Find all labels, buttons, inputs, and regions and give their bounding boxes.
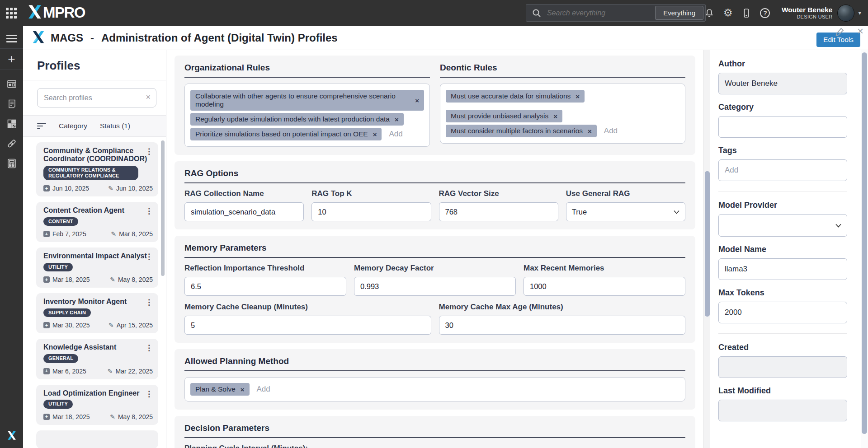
list-item[interactable]: Content Creation Agent ⋮ CONTENT +Feb 7,…: [36, 202, 158, 242]
modified-date: Jun 10, 2025: [116, 185, 153, 192]
memory-cache-cleanup-input[interactable]: [184, 316, 431, 335]
bell-icon[interactable]: [700, 8, 719, 19]
rule-tag: Must consider multiple factors in scenar…: [446, 125, 597, 137]
author-input: [718, 73, 847, 94]
document-icon[interactable]: [6, 98, 17, 109]
gear-icon[interactable]: ⚙: [719, 8, 737, 18]
search-scope-button[interactable]: Everything: [655, 6, 703, 20]
list-item[interactable]: Inventory Monitor Agent ⋮ SUPPLY CHAIN +…: [36, 293, 158, 333]
field-label: Use General RAG: [566, 189, 685, 198]
category-badge: UTILITY: [43, 400, 73, 408]
reflection-importance-threshold-input[interactable]: [184, 277, 346, 296]
rule-tag: Must use accurate data for simulations×: [446, 90, 585, 103]
created-icon: +: [43, 231, 50, 237]
blocks-icon[interactable]: [6, 118, 17, 129]
remove-tag-icon[interactable]: ×: [395, 116, 399, 123]
page-scrollbar-thumb[interactable]: [862, 52, 867, 434]
main-scrollbar-thumb[interactable]: [705, 171, 710, 317]
section-heading: Memory Parameters: [184, 243, 685, 258]
global-search-input[interactable]: [546, 9, 655, 18]
category-input[interactable]: [718, 116, 847, 138]
tags-label: Tags: [718, 146, 847, 155]
model-provider-label: Model Provider: [718, 201, 847, 210]
created-input: [718, 356, 847, 378]
kebab-menu-icon[interactable]: ⋮: [145, 343, 153, 353]
app-launcher-icon[interactable]: [6, 8, 17, 19]
list-item[interactable]: Environmental Impact Analyst ⋮ UTILITY +…: [36, 247, 158, 288]
use-general-rag-select[interactable]: True: [566, 202, 685, 221]
topbar-icons: ⚙ ? Wouter Beneke DESIGN USER ▾: [700, 0, 868, 26]
profiles-panel: Profiles × Category Status (1) Community…: [23, 50, 166, 448]
clear-search-icon[interactable]: ×: [146, 93, 151, 102]
tags-input[interactable]: [718, 159, 847, 181]
allowed-planning-method-section: Allowed Planning Method Plan & Solve× Ad…: [175, 349, 695, 410]
remove-tag-icon[interactable]: ×: [576, 93, 580, 100]
planning-method-tagbox[interactable]: Plan & Solve× Add: [184, 377, 685, 401]
kebab-menu-icon[interactable]: ⋮: [145, 206, 153, 216]
rag-top-k-input[interactable]: [311, 202, 431, 221]
max-recent-memories-input[interactable]: [524, 277, 685, 296]
remove-tag-icon[interactable]: ×: [588, 128, 592, 135]
add-tag-input[interactable]: Add: [257, 385, 270, 394]
field-label: Reflection Importance Threshold: [184, 264, 346, 273]
rule-tag: Must provide unbiased analysis×: [446, 110, 562, 122]
profiles-search: ×: [37, 88, 156, 107]
list-item[interactable]: Load Optimization Engineer ⋮ UTILITY +Ma…: [36, 385, 158, 425]
memory-cache-max-age-input[interactable]: [439, 316, 686, 335]
rag-collection-name-input[interactable]: [184, 202, 304, 221]
model-name-input[interactable]: [718, 258, 847, 280]
modified-icon: ✎: [108, 322, 114, 328]
remove-tag-icon[interactable]: ×: [553, 113, 557, 120]
category-badge: CONTENT: [43, 217, 78, 226]
rag-vector-size-input[interactable]: [439, 202, 558, 221]
model-provider-select[interactable]: [718, 214, 847, 237]
window-icon[interactable]: [6, 79, 17, 89]
list-item-partial[interactable]: [36, 430, 158, 448]
menu-icon[interactable]: [6, 33, 17, 44]
mobile-icon[interactable]: [737, 8, 756, 19]
created-icon: +: [43, 276, 50, 283]
created-date: Mar 30, 2025: [52, 322, 90, 329]
created-icon: +: [43, 185, 50, 191]
deontic-rules-tagbox[interactable]: Must use accurate data for simulations× …: [440, 84, 685, 144]
created-icon: +: [43, 414, 50, 420]
organizational-rules-tagbox[interactable]: Collaborate with other agents to ensure …: [184, 84, 430, 147]
close-icon[interactable]: ×: [857, 25, 863, 37]
chevron-down-icon: [835, 224, 841, 228]
category-badge: SUPPLY CHAIN: [43, 308, 91, 317]
add-tag-input[interactable]: Add: [604, 126, 618, 135]
remove-tag-icon[interactable]: ×: [373, 131, 377, 138]
filter-status[interactable]: Status (1): [100, 122, 130, 130]
section-heading: Deontic Rules: [440, 63, 685, 78]
created-icon: +: [43, 322, 50, 328]
avatar[interactable]: [837, 5, 854, 22]
user-name: Wouter Beneke: [782, 6, 833, 14]
add-tag-input[interactable]: Add: [389, 130, 402, 139]
remove-tag-icon[interactable]: ×: [415, 97, 419, 104]
profiles-scrollbar[interactable]: [161, 140, 165, 276]
xmpro-logo: MPRO: [27, 4, 85, 22]
calculator-icon[interactable]: [6, 158, 17, 169]
memory-decay-factor-input[interactable]: [354, 277, 516, 296]
link-icon[interactable]: [6, 138, 17, 149]
user-info[interactable]: Wouter Beneke DESIGN USER: [782, 6, 833, 19]
pencil-icon[interactable]: [835, 26, 846, 40]
last-modified-input: [718, 400, 847, 421]
caret-down-icon[interactable]: ▾: [858, 9, 861, 16]
remove-tag-icon[interactable]: ×: [241, 386, 245, 393]
kebab-menu-icon[interactable]: ⋮: [145, 298, 153, 307]
kebab-menu-icon[interactable]: ⋮: [145, 389, 153, 399]
category-badge: GENERAL: [43, 354, 78, 363]
kebab-menu-icon[interactable]: ⋮: [145, 147, 153, 156]
help-icon[interactable]: ?: [756, 8, 774, 18]
main-scrollbar[interactable]: [703, 50, 710, 448]
profiles-search-input[interactable]: [37, 88, 156, 107]
list-item[interactable]: Knowledge Assistant ⋮ GENERAL +Mar 6, 20…: [36, 339, 158, 379]
xmpro-x-icon: [27, 4, 42, 22]
filter-category[interactable]: Category: [59, 122, 87, 130]
add-icon[interactable]: +: [8, 53, 15, 65]
list-item[interactable]: Community & Compliance Coordinator (COOR…: [36, 142, 158, 196]
kebab-menu-icon[interactable]: ⋮: [145, 252, 153, 261]
max-tokens-input[interactable]: [718, 302, 847, 323]
filter-icon[interactable]: [37, 121, 46, 131]
